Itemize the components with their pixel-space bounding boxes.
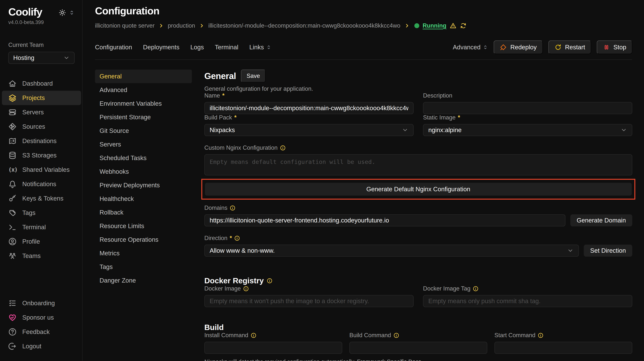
install-command-input[interactable] [204,342,342,354]
subnav-healthcheck[interactable]: Healthcheck [95,192,192,206]
sidebar-item-tags[interactable]: Tags [2,206,81,220]
build-heading: Build [204,323,632,332]
annotation-highlight-box: Generate Default Nginx Configuration [201,179,635,200]
sidebar-item-terminal[interactable]: Terminal [2,220,81,234]
framework-docs-link[interactable]: Framework Specific Docs [357,358,421,361]
subnav-git-source[interactable]: Git Source [95,124,192,138]
theme-toggle-sun-icon[interactable] [59,9,66,16]
custom-nginx-textarea[interactable] [204,154,632,175]
chevron-updown-icon [266,45,272,50]
sidebar-item-teams[interactable]: Teams [2,249,81,263]
tab-logs[interactable]: Logs [190,44,204,51]
sidebar-item-onboarding[interactable]: Onboarding [2,296,81,310]
description-label: Description [423,92,632,99]
breadcrumb-project[interactable]: illicitonion quote server [95,22,154,29]
subnav-metrics[interactable]: Metrics [95,246,192,260]
info-icon[interactable] [230,205,236,211]
direction-select[interactable]: Allow www & non-www. [204,245,579,257]
tab-terminal[interactable]: Terminal [215,44,238,51]
domains-input[interactable] [204,214,566,226]
subnav-persistent-storage[interactable]: Persistent Storage [95,110,192,124]
build-command-input[interactable] [350,342,487,354]
redeploy-button[interactable]: Redeploy [494,41,542,54]
generate-nginx-config-button[interactable]: Generate Default Nginx Configuration [205,183,632,196]
sidebar-item-sponsor-us[interactable]: Sponsor us [2,310,81,325]
server-icon [8,108,16,116]
sidebar-item-logout[interactable]: Logout [2,339,81,353]
build-pack-select[interactable]: Nixpacks [204,124,414,136]
sidebar-item-s3-storages[interactable]: S3 Storages [2,148,81,163]
name-label: Name* [204,92,414,99]
status-running-link[interactable]: Running [423,22,446,29]
subnav-general[interactable]: General [95,70,192,83]
sidebar-item-notifications[interactable]: Notifications [2,177,81,191]
sidebar-item-destinations[interactable]: Destinations [2,134,81,148]
sidebar-item-shared-variables[interactable]: (x) Shared Variables [2,163,81,177]
help-circle-icon [8,328,16,336]
general-subtitle: General configuration for your applicati… [204,85,632,92]
info-icon[interactable] [250,332,256,338]
build-command-label: Build Command [350,332,487,339]
info-icon[interactable] [473,286,478,292]
heart-hands-icon [8,313,16,322]
build-pack-label: Build Pack* [204,114,414,121]
current-team-label: Current Team [8,42,74,48]
static-image-select[interactable]: nginx:alpine [423,124,632,136]
name-input[interactable] [204,102,414,114]
info-icon[interactable] [538,332,544,338]
subnav-resource-limits[interactable]: Resource Limits [95,219,192,233]
page-title: Configuration [95,5,632,17]
sidebar-item-dashboard[interactable]: Dashboard [2,76,81,91]
chevron-right-icon [199,23,204,28]
subnav-advanced[interactable]: Advanced [95,83,192,97]
team-select[interactable]: Hosting [8,52,74,64]
restart-button[interactable]: Restart [548,41,591,54]
sidebar-item-keys-tokens[interactable]: Keys & Tokens [2,191,81,206]
sidebar-item-profile[interactable]: Profile [2,234,81,249]
refresh-icon[interactable] [460,22,467,29]
sidebar-item-feedback[interactable]: Feedback [2,325,81,339]
user-circle-icon [8,237,16,246]
generate-domain-button[interactable]: Generate Domain [570,214,632,226]
sidebar-item-projects[interactable]: Projects [2,91,81,105]
tab-links[interactable]: Links [249,44,272,51]
info-icon[interactable] [243,286,249,292]
map-icon [8,137,16,145]
docker-image-input[interactable] [204,295,414,307]
docker-image-tag-input[interactable] [423,295,632,307]
sidebar-item-servers[interactable]: Servers [2,105,81,119]
advanced-dropdown[interactable]: Advanced [453,44,488,51]
subnav-preview-deployments[interactable]: Preview Deployments [95,178,192,192]
subnav-tags[interactable]: Tags [95,260,192,274]
subnav-environment-variables[interactable]: Environment Variables [95,97,192,110]
general-heading: General [204,71,236,81]
tab-deployments[interactable]: Deployments [143,44,180,51]
info-icon[interactable] [234,235,240,241]
sidebar: Coolify v4.0.0-beta.399 Current Team Hos… [0,0,82,361]
set-direction-button[interactable]: Set Direction [584,245,632,257]
save-button[interactable]: Save [241,70,266,82]
info-icon[interactable] [280,145,286,151]
sidebar-collapse-icon[interactable] [69,10,74,16]
sidebar-item-sources[interactable]: Sources [2,119,81,134]
app-logo: Coolify [8,7,42,18]
info-icon[interactable] [267,278,272,284]
info-icon[interactable] [394,332,399,338]
start-command-input[interactable] [494,342,632,354]
subnav-resource-operations[interactable]: Resource Operations [95,233,192,246]
logout-icon [8,342,16,350]
warning-icon [450,22,456,29]
direction-label: Direction* [204,235,632,242]
breadcrumb-application[interactable]: illicitestonion/-module--decomposition:m… [208,22,400,29]
subnav-rollback[interactable]: Rollback [95,206,192,219]
redeploy-icon [500,44,507,51]
subnav-danger-zone[interactable]: Danger Zone [95,274,192,287]
subnav-scheduled-tasks[interactable]: Scheduled Tasks [95,151,192,165]
description-input[interactable] [423,102,632,114]
stop-button[interactable]: Stop [597,41,632,54]
tab-configuration[interactable]: Configuration [95,44,132,51]
subnav-webhooks[interactable]: Webhooks [95,165,192,178]
terminal-icon [8,223,16,231]
breadcrumb-environment[interactable]: production [168,22,195,29]
subnav-servers[interactable]: Servers [95,138,192,151]
